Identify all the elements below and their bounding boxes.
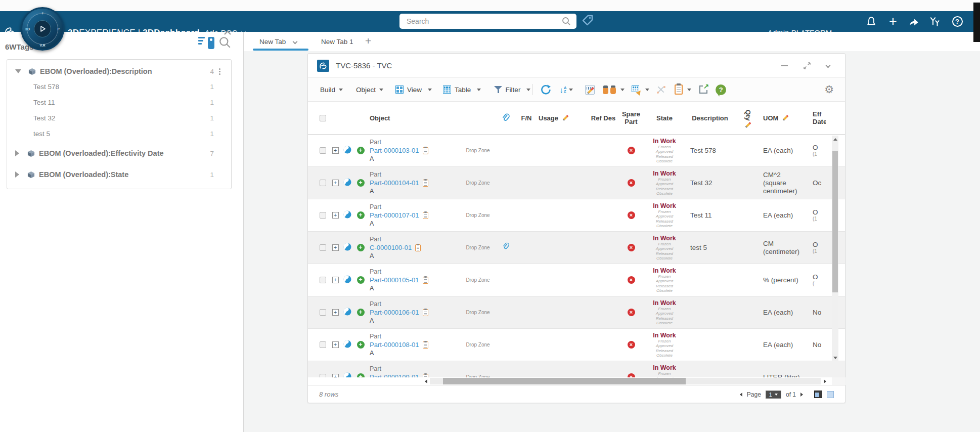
object-link[interactable]: Part-0000106-01 [370,308,419,317]
object-clipboard-icon[interactable] [423,277,428,284]
search-icon[interactable] [561,16,571,26]
dropzone-cell[interactable]: Drop Zone [459,277,497,283]
object-clipboard-icon[interactable] [423,341,428,349]
scroll-right-icon[interactable] [821,377,829,385]
expand-icon[interactable]: + [332,309,339,316]
add-part-icon[interactable]: + [357,276,365,284]
col-attachments[interactable] [497,114,515,122]
maximize-widget-icon[interactable] [803,62,811,70]
world-navigate-icon[interactable] [343,372,351,378]
6wtags-toggle-icon[interactable] [582,14,594,28]
object-clipboard-icon[interactable] [423,180,428,187]
object-link[interactable]: Part-0000107-01 [370,211,419,220]
add-part-icon[interactable]: + [357,341,365,349]
sort-button[interactable]: ↓AZ [559,85,573,94]
row-checkbox[interactable] [320,147,326,154]
object-link[interactable]: Part-0000103-01 [370,146,419,155]
tag-item[interactable]: Test 5781 [7,79,231,95]
tag-filter-icon[interactable] [198,37,214,51]
vertical-scrollbar[interactable] [832,136,838,361]
tab-new-tab-1[interactable]: New Tab 1 [321,32,353,51]
minimize-widget-icon[interactable] [781,65,788,66]
help-icon[interactable]: ? [950,11,964,32]
disconnect-button[interactable] [656,85,665,94]
col-object[interactable]: Object [368,114,459,122]
add-part-icon[interactable]: + [357,211,365,219]
dropzone-cell[interactable]: Drop Zone [459,148,497,153]
expand-icon[interactable]: + [332,277,339,283]
search-input[interactable] [407,17,561,25]
paged-view-icon[interactable] [814,391,822,398]
col-spare[interactable]: Spare Part [616,110,646,125]
tag-item[interactable]: Test 321 [7,110,231,126]
scroll-up-icon[interactable] [832,136,838,143]
world-navigate-icon[interactable] [343,210,351,221]
add-part-icon[interactable]: + [357,309,365,316]
object-link[interactable]: Part-0000105-01 [370,276,419,284]
col-eff-date[interactable]: Eff Date [806,110,826,125]
vertical-scroll-thumb[interactable] [832,151,838,292]
add-part-icon[interactable]: + [357,147,365,154]
col-state[interactable]: State [646,114,683,122]
row-checkbox[interactable] [320,341,326,348]
object-link[interactable]: Part-0000108-01 [370,340,419,349]
chevron-collapsed-icon[interactable] [15,150,19,156]
chevron-collapsed-icon[interactable] [15,171,19,178]
dropzone-cell[interactable]: Drop Zone [459,310,497,315]
object-link[interactable]: Part-0000104-01 [370,179,419,187]
paperclip-icon[interactable] [503,243,510,252]
expand-icon[interactable]: + [332,244,339,251]
refresh-button[interactable] [540,84,551,95]
add-content-icon[interactable]: + [886,11,900,32]
dropzone-cell[interactable]: Drop Zone [459,245,497,250]
expand-icon[interactable]: + [332,180,339,186]
row-checkbox[interactable] [320,309,326,316]
next-page-icon[interactable] [800,393,803,397]
dropzone-cell[interactable]: Drop Zone [459,212,497,218]
tag-item[interactable]: test 51 [7,126,231,142]
world-navigate-icon[interactable] [343,146,351,156]
horizontal-scroll-track[interactable] [430,378,821,384]
object-link[interactable]: C-0000100-01 [370,243,412,252]
row-checkbox[interactable] [320,212,326,219]
compass-play-button[interactable] [34,20,51,37]
menu-view[interactable]: View [395,85,432,94]
find-button[interactable] [603,85,625,94]
row-checkbox[interactable] [320,180,326,186]
object-clipboard-icon[interactable] [423,147,428,154]
object-clipboard-icon[interactable] [423,374,428,378]
menu-build[interactable]: Build [320,86,343,94]
chevron-expanded-icon[interactable] [15,69,21,73]
prev-page-icon[interactable] [740,393,742,397]
clipboard-button[interactable] [675,84,691,95]
scroll-down-icon[interactable] [832,354,838,361]
add-tab-button[interactable]: + [365,32,371,51]
world-navigate-icon[interactable] [343,340,351,350]
select-in-table-button[interactable] [632,85,649,94]
add-part-icon[interactable]: + [357,179,365,187]
expand-icon[interactable]: + [332,212,339,219]
community-icon[interactable] [927,11,942,32]
tag-group[interactable]: EBOM (Overloaded):State1 [7,167,231,182]
expand-icon[interactable]: + [332,374,339,377]
menu-object[interactable]: Object [356,86,383,94]
dropzone-cell[interactable]: Drop Zone [459,180,497,186]
world-navigate-icon[interactable] [343,243,351,253]
3dcompass[interactable]: ♀ 3D iˣ V.R [21,7,64,51]
add-part-icon[interactable]: + [357,373,365,377]
world-navigate-icon[interactable] [343,178,351,188]
tag-group[interactable]: EBOM (Overloaded):Description4 [7,64,231,79]
object-clipboard-icon[interactable] [415,244,421,251]
help-button[interactable]: ? [716,84,726,95]
expand-icon[interactable]: + [332,147,339,154]
row-checkbox[interactable] [320,374,326,377]
col-qty[interactable]: Qty [737,110,759,126]
dropzone-cell[interactable]: Drop Zone [459,342,497,348]
scroll-left-icon[interactable] [422,377,430,385]
kebab-menu-icon[interactable] [214,68,225,75]
widget-settings-button[interactable]: ⚙ [824,84,834,95]
world-navigate-icon[interactable] [343,308,351,318]
tag-search-icon[interactable] [218,36,232,51]
horizontal-scrollbar[interactable] [308,377,832,385]
menu-filter[interactable]: Filter [494,85,530,94]
